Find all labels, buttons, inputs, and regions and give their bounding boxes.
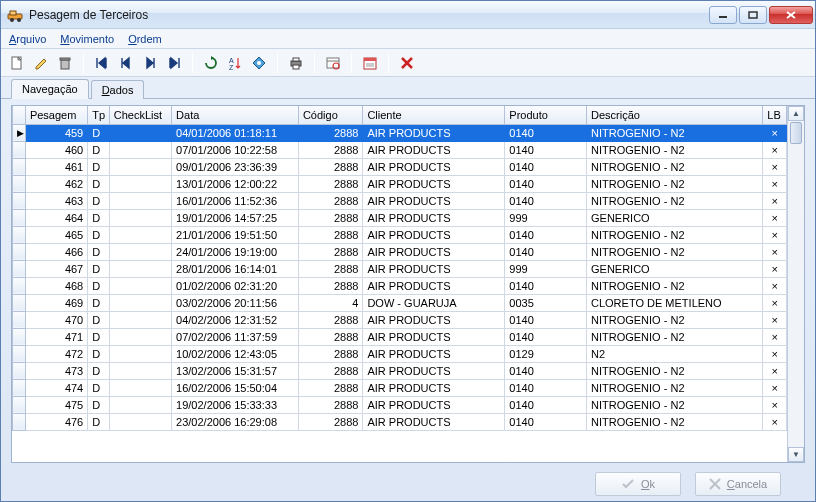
col-checklist[interactable]: CheckList	[109, 106, 171, 124]
cell-produto: 0140	[505, 413, 587, 430]
row-indicator	[13, 192, 26, 209]
svg-rect-9	[61, 60, 69, 69]
row-indicator	[13, 175, 26, 192]
cell-descricao: NITROGENIO - N2	[587, 396, 763, 413]
menu-movimento[interactable]: Movimento	[60, 33, 114, 45]
table-row[interactable]: 463D16/01/2006 11:52:362888AIR PRODUCTS0…	[13, 192, 787, 209]
prev-icon[interactable]	[116, 53, 136, 73]
col-codigo[interactable]: Código	[298, 106, 363, 124]
cell-pesagem: 468	[25, 277, 87, 294]
check-icon	[621, 478, 635, 490]
cell-pesagem: 473	[25, 362, 87, 379]
cell-pesagem: 461	[25, 158, 87, 175]
minimize-button[interactable]	[709, 6, 737, 24]
col-tp[interactable]: Tp	[88, 106, 110, 124]
col-pesagem[interactable]: Pesagem	[25, 106, 87, 124]
cell-cliente: AIR PRODUCTS	[363, 413, 505, 430]
scroll-up-icon[interactable]: ▲	[788, 106, 804, 121]
cell-tp: D	[88, 192, 110, 209]
last-icon[interactable]	[164, 53, 184, 73]
new-icon[interactable]	[7, 53, 27, 73]
cell-checklist	[109, 413, 171, 430]
scroll-thumb[interactable]	[790, 122, 802, 144]
table-row[interactable]: 462D13/01/2006 12:00:222888AIR PRODUCTS0…	[13, 175, 787, 192]
dialog-buttons: Ok Cancela	[1, 467, 815, 501]
row-indicator	[13, 226, 26, 243]
menu-ordem[interactable]: Ordem	[128, 33, 162, 45]
cell-lb: ×	[763, 396, 787, 413]
vertical-scrollbar[interactable]: ▲ ▼	[787, 106, 804, 462]
table-row[interactable]: 460D07/01/2006 10:22:582888AIR PRODUCTS0…	[13, 141, 787, 158]
col-descricao[interactable]: Descrição	[587, 106, 763, 124]
table-row[interactable]: 464D19/01/2006 14:57:252888AIR PRODUCTS9…	[13, 209, 787, 226]
menu-arquivo[interactable]: Arquivo	[9, 33, 46, 45]
ok-button[interactable]: Ok	[595, 472, 681, 496]
cell-checklist	[109, 260, 171, 277]
cell-cliente: AIR PRODUCTS	[363, 396, 505, 413]
calendar-icon[interactable]	[360, 53, 380, 73]
refresh-icon[interactable]	[201, 53, 221, 73]
cell-lb: ×	[763, 192, 787, 209]
data-grid[interactable]: Pesagem Tp CheckList Data Código Cliente…	[12, 106, 787, 462]
cell-lb: ×	[763, 413, 787, 430]
table-row[interactable]: 476D23/02/2006 16:29:082888AIR PRODUCTS0…	[13, 413, 787, 430]
cell-produto: 0140	[505, 141, 587, 158]
col-lb[interactable]: LB	[763, 106, 787, 124]
cell-produto: 0140	[505, 311, 587, 328]
separator	[351, 53, 352, 73]
table-row[interactable]: 470D04/02/2006 12:31:522888AIR PRODUCTS0…	[13, 311, 787, 328]
cell-data: 23/02/2006 16:29:08	[172, 413, 299, 430]
table-row[interactable]: 468D01/02/2006 02:31:202888AIR PRODUCTS0…	[13, 277, 787, 294]
table-row[interactable]: 467D28/01/2006 16:14:012888AIR PRODUCTS9…	[13, 260, 787, 277]
cell-produto: 0140	[505, 362, 587, 379]
search-icon[interactable]	[249, 53, 269, 73]
cell-cliente: DOW - GUARUJA	[363, 294, 505, 311]
col-cliente[interactable]: Cliente	[363, 106, 505, 124]
table-row[interactable]: 466D24/01/2006 19:19:002888AIR PRODUCTS0…	[13, 243, 787, 260]
cell-lb: ×	[763, 243, 787, 260]
row-indicator	[13, 345, 26, 362]
cell-produto: 0140	[505, 277, 587, 294]
cell-tp: D	[88, 243, 110, 260]
cell-checklist	[109, 243, 171, 260]
cancel-button[interactable]: Cancela	[695, 472, 781, 496]
table-row[interactable]: 475D19/02/2006 15:33:332888AIR PRODUCTS0…	[13, 396, 787, 413]
table-row[interactable]: 473D13/02/2006 15:31:572888AIR PRODUCTS0…	[13, 362, 787, 379]
table-row[interactable]: 461D09/01/2006 23:36:392888AIR PRODUCTS0…	[13, 158, 787, 175]
close-button[interactable]	[769, 6, 813, 24]
sort-icon[interactable]: AZ	[225, 53, 245, 73]
cell-pesagem: 459	[25, 124, 87, 141]
cell-lb: ×	[763, 345, 787, 362]
properties-icon[interactable]	[323, 53, 343, 73]
delete-icon[interactable]	[55, 53, 75, 73]
cell-codigo: 2888	[298, 345, 363, 362]
cell-data: 03/02/2006 20:11:56	[172, 294, 299, 311]
cell-tp: D	[88, 141, 110, 158]
next-icon[interactable]	[140, 53, 160, 73]
row-indicator	[13, 311, 26, 328]
table-row[interactable]: 465D21/01/2006 19:51:502888AIR PRODUCTS0…	[13, 226, 787, 243]
tab-dados[interactable]: Dados	[91, 80, 145, 99]
table-row[interactable]: 472D10/02/2006 12:43:052888AIR PRODUCTS0…	[13, 345, 787, 362]
table-row[interactable]: ▶459D04/01/2006 01:18:112888AIR PRODUCTS…	[13, 124, 787, 141]
cell-data: 19/02/2006 15:33:33	[172, 396, 299, 413]
cell-checklist	[109, 328, 171, 345]
cell-tp: D	[88, 379, 110, 396]
table-row[interactable]: 471D07/02/2006 11:37:592888AIR PRODUCTS0…	[13, 328, 787, 345]
table-row[interactable]: 474D16/02/2006 15:50:042888AIR PRODUCTS0…	[13, 379, 787, 396]
maximize-button[interactable]	[739, 6, 767, 24]
tab-navegacao[interactable]: Navegação	[11, 79, 89, 99]
row-indicator	[13, 413, 26, 430]
print-icon[interactable]	[286, 53, 306, 73]
edit-icon[interactable]	[31, 53, 51, 73]
cell-pesagem: 466	[25, 243, 87, 260]
scroll-down-icon[interactable]: ▼	[788, 447, 804, 462]
first-icon[interactable]	[92, 53, 112, 73]
cancel-icon[interactable]	[397, 53, 417, 73]
table-row[interactable]: 469D03/02/2006 20:11:564DOW - GUARUJA003…	[13, 294, 787, 311]
cell-data: 07/02/2006 11:37:59	[172, 328, 299, 345]
col-data[interactable]: Data	[172, 106, 299, 124]
col-produto[interactable]: Produto	[505, 106, 587, 124]
cell-data: 16/01/2006 11:52:36	[172, 192, 299, 209]
cell-lb: ×	[763, 277, 787, 294]
